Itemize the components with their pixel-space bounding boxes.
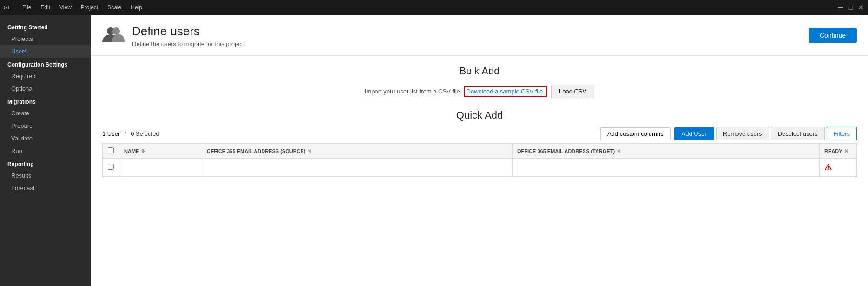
th-name-label: NAME [124,148,139,154]
sidebar-item-validate[interactable]: Validate [0,132,91,145]
th-checkbox [103,144,119,159]
th-source-email[interactable]: OFFICE 365 EMAIL ADDRESS (SOURCE) ⇅ [202,144,512,159]
sidebar-item-results[interactable]: Results [0,169,91,182]
window-controls: ─ □ ✕ [837,4,864,11]
titlebar: ✉ File Edit View Project Scale Help ─ □ … [0,0,868,15]
maximize-button[interactable]: □ [848,4,854,11]
main-layout: Getting Started Projects Users Configura… [0,15,868,286]
row-ready-cell: ⚠ [820,159,857,177]
sidebar-section-configuration: Configuration Settings [0,58,91,70]
sidebar-item-prepare[interactable]: Prepare [0,120,91,132]
sidebar-item-forecast[interactable]: Forecast [0,182,91,194]
target-sort-icon: ⇅ [617,148,620,153]
add-custom-columns-button[interactable]: Add custom columns [600,127,671,140]
name-sort-icon: ⇅ [141,148,145,153]
sidebar-section-migrations: Migrations [0,95,91,107]
th-target-email[interactable]: OFFICE 365 EMAIL ADDRESS (TARGET) ⇅ [513,144,820,159]
sidebar-item-optional[interactable]: Optional [0,82,91,95]
continue-button[interactable]: Continue [809,28,857,43]
row-checkbox-cell [103,159,119,177]
toolbar-row: 1 User / 0 Selected Add custom columns A… [102,127,857,140]
sidebar-item-create[interactable]: Create [0,107,91,120]
page-subtitle: Define the users to migrate for this pro… [132,40,246,47]
th-ready-label: READY [824,148,842,154]
bulk-add-row: Import your user list from a CSV file. D… [102,85,857,98]
menu-help[interactable]: Help [127,3,146,12]
user-count-number: 1 User [102,130,120,137]
users-icon [102,25,125,48]
menu-file[interactable]: File [19,3,35,12]
download-csv-link[interactable]: Download a sample CSV file. [464,86,547,97]
svg-point-1 [112,27,120,35]
th-ready[interactable]: READY ⇅ [820,144,857,159]
load-csv-button[interactable]: Load CSV [551,85,594,98]
menu-view[interactable]: View [56,3,75,12]
ready-sort-icon: ⇅ [844,148,848,153]
sidebar-item-run[interactable]: Run [0,145,91,157]
ready-status-icon: ⚠ [824,163,832,172]
count-divider: / [125,130,128,137]
page-body: Bulk Add Import your user list from a CS… [91,56,868,286]
page-header-text: Define users Define the users to migrate… [132,24,246,47]
bulk-add-text: Import your user list from a CSV file. [365,88,462,95]
row-checkbox[interactable] [108,164,114,170]
minimize-button[interactable]: ─ [837,4,844,11]
close-button[interactable]: ✕ [858,4,864,11]
user-count: 1 User / 0 Selected [102,130,600,137]
remove-users-button[interactable]: Remove users [716,127,769,140]
row-source-email-cell [202,159,512,177]
page-title: Define users [132,24,246,39]
add-user-button[interactable]: Add User [674,127,714,140]
filters-button[interactable]: Filters [827,127,857,140]
content-area: Define users Define the users to migrate… [91,15,868,286]
page-header: Define users Define the users to migrate… [91,15,868,56]
sidebar-item-users[interactable]: Users [0,45,91,58]
source-sort-icon: ⇅ [308,148,311,153]
bulk-add-title: Bulk Add [102,65,857,77]
sidebar-item-required[interactable]: Required [0,70,91,82]
menu-scale[interactable]: Scale [104,3,125,12]
th-source-label: OFFICE 365 EMAIL ADDRESS (SOURCE) [207,148,306,154]
deselect-users-button[interactable]: Deselect users [771,127,825,140]
th-target-label: OFFICE 365 EMAIL ADDRESS (TARGET) [517,148,615,154]
sidebar-section-getting-started: Getting Started [0,20,91,33]
select-all-checkbox[interactable] [108,147,114,153]
table-row: ⚠ [103,159,857,177]
menu-bar: File Edit View Project Scale Help [19,3,146,12]
quick-add-title: Quick Add [102,109,857,121]
sidebar: Getting Started Projects Users Configura… [0,15,91,286]
selected-count: 0 Selected [131,130,159,137]
menu-project[interactable]: Project [77,3,102,12]
user-table: NAME ⇅ OFFICE 365 EMAIL ADDRESS (SOURCE)… [102,143,857,177]
sidebar-item-projects[interactable]: Projects [0,33,91,45]
row-target-email-cell [513,159,820,177]
menu-edit[interactable]: Edit [37,3,54,12]
th-name[interactable]: NAME ⇅ [119,144,202,159]
app-icon: ✉ [4,4,9,11]
table-header-row: NAME ⇅ OFFICE 365 EMAIL ADDRESS (SOURCE)… [103,144,857,159]
row-name-cell [119,159,202,177]
sidebar-section-reporting: Reporting [0,157,91,169]
